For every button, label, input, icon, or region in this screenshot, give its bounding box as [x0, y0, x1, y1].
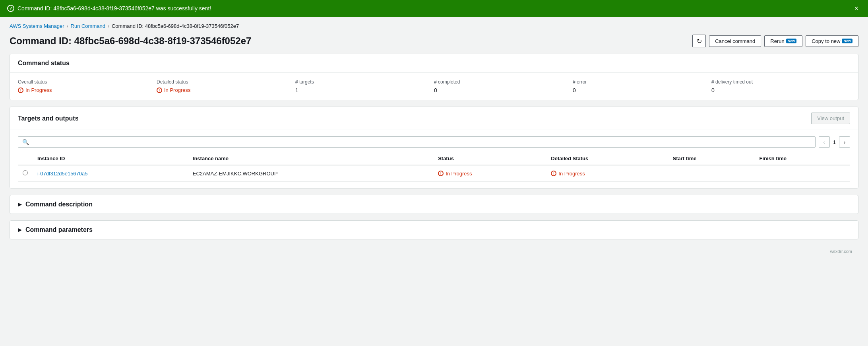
cell-finish-time [754, 165, 850, 182]
col-detailed-status: Detailed Status [546, 152, 668, 165]
success-banner: ✓ Command ID: 48fbc5a6-698d-4c38-8f19-37… [0, 0, 868, 17]
overall-status-icon: ! [18, 87, 23, 93]
targets-header: Targets and outputs View output [10, 107, 858, 130]
breadcrumb-root-link[interactable]: AWS Systems Manager [10, 23, 64, 29]
page-header: Command ID: 48fbc5a6-698d-4c38-8f19-3735… [10, 35, 858, 47]
row-radio[interactable] [23, 170, 28, 175]
table-header-row: Instance ID Instance name Status Detaile… [18, 152, 850, 165]
targets-label: # targets [295, 79, 434, 85]
col-instance-id: Instance ID [33, 152, 188, 165]
search-icon: 🔍 [22, 139, 29, 145]
detailed-status-label: Detailed status [157, 79, 295, 85]
banner-message: Command ID: 48fbc5a6-698d-4c38-8f19-3735… [17, 5, 211, 12]
rerun-label: Rerun [770, 38, 784, 44]
col-status: Status [433, 152, 546, 165]
header-actions: ↻ Cancel command RerunNew Copy to newNew [692, 35, 858, 47]
table-body: i-07df312d5e15670a5EC2AMAZ-EMJIKKC.WORKG… [18, 165, 850, 182]
page-title: Command ID: 48fbc5a6-698d-4c38-8f19-3735… [10, 35, 251, 47]
view-output-button[interactable]: View output [811, 113, 850, 124]
pagination-next-button[interactable]: › [839, 136, 850, 148]
banner-left: ✓ Command ID: 48fbc5a6-698d-4c38-8f19-37… [7, 5, 211, 12]
success-icon: ✓ [7, 5, 14, 12]
command-parameters-header[interactable]: ▶ Command parameters [10, 221, 858, 239]
status-text: In Progress [446, 171, 472, 177]
detailed-status-row-text: In Progress [558, 171, 585, 177]
breadcrumb-sep2: › [108, 23, 109, 29]
detailed-status-icon: ! [157, 87, 162, 93]
rerun-badge: New [786, 39, 797, 43]
col-instance-name: Instance name [188, 152, 433, 165]
command-parameters-arrow: ▶ [18, 227, 21, 233]
delivery-value: 0 [711, 87, 850, 93]
footer: wsxdrr.com [10, 246, 858, 257]
targets-table: Instance ID Instance name Status Detaile… [18, 152, 850, 182]
overall-status-item: Overall status ! In Progress [18, 79, 157, 93]
detailed-status-value: ! In Progress [157, 87, 295, 93]
error-label: # error [573, 79, 711, 85]
footer-text: wsxdrr.com [830, 249, 852, 254]
cell-detailed-status: !In Progress [546, 165, 668, 182]
status-icon: ! [438, 171, 444, 176]
cancel-command-button[interactable]: Cancel command [709, 35, 761, 47]
command-status-title: Command status [18, 60, 70, 66]
error-item: # error 0 [573, 79, 711, 93]
copy-badge: New [842, 39, 852, 43]
banner-close-button[interactable]: × [852, 4, 861, 13]
cell-start-time [668, 165, 755, 182]
command-status-panel: Command status Overall status ! In Progr… [10, 54, 858, 100]
overall-status-label: Overall status [18, 79, 157, 85]
overall-status-value: ! In Progress [18, 87, 157, 93]
command-parameters-panel: ▶ Command parameters [10, 220, 858, 239]
command-description-header[interactable]: ▶ Command description [10, 195, 858, 214]
breadcrumb-sep1: › [67, 23, 68, 29]
cell-status: !In Progress [433, 165, 546, 182]
completed-value: 0 [434, 87, 573, 93]
search-input[interactable] [29, 139, 811, 145]
status-grid: Overall status ! In Progress Detailed st… [10, 73, 858, 100]
delivery-item: # delivery timed out 0 [711, 79, 850, 93]
targets-body: 🔍 ‹ 1 › Instance ID Instance name Status… [10, 130, 858, 188]
search-box-wrap: 🔍 [18, 136, 816, 148]
table-row: i-07df312d5e15670a5EC2AMAZ-EMJIKKC.WORKG… [18, 165, 850, 182]
instance-id-link[interactable]: i-07df312d5e15670a5 [37, 171, 88, 177]
targets-value: 1 [295, 87, 434, 93]
pagination-prev-button[interactable]: ‹ [819, 136, 830, 148]
copy-to-new-button[interactable]: Copy to newNew [806, 35, 858, 47]
breadcrumb: AWS Systems Manager › Run Command › Comm… [10, 23, 858, 29]
detailed-status-item: Detailed status ! In Progress [157, 79, 295, 93]
error-value: 0 [573, 87, 711, 93]
targets-item: # targets 1 [295, 79, 434, 93]
command-description-arrow: ▶ [18, 202, 21, 207]
refresh-button[interactable]: ↻ [692, 35, 706, 47]
search-pagination-row: 🔍 ‹ 1 › [18, 136, 850, 148]
command-description-title: Command description [25, 201, 93, 208]
copy-label: Copy to new [812, 38, 840, 44]
command-description-panel: ▶ Command description [10, 195, 858, 214]
detailed-status-row-icon: ! [551, 171, 556, 176]
completed-item: # completed 0 [434, 79, 573, 93]
breadcrumb-level1-link[interactable]: Run Command [71, 23, 105, 29]
pagination-current: 1 [833, 139, 836, 145]
command-status-header: Command status [10, 54, 858, 73]
completed-label: # completed [434, 79, 573, 85]
overall-status-text: In Progress [25, 87, 52, 93]
targets-title: Targets and outputs [18, 115, 79, 122]
rerun-button[interactable]: RerunNew [764, 35, 802, 47]
cell-instance-id: i-07df312d5e15670a5 [33, 165, 188, 182]
col-radio [18, 152, 33, 165]
detailed-status-text: In Progress [164, 87, 190, 93]
breadcrumb-current: Command ID: 48fbc5a6-698d-4c38-8f19-3735… [112, 23, 239, 29]
col-start-time: Start time [668, 152, 755, 165]
delivery-label: # delivery timed out [711, 79, 850, 85]
command-parameters-title: Command parameters [25, 226, 93, 233]
main-content: AWS Systems Manager › Run Command › Comm… [0, 17, 868, 346]
col-finish-time: Finish time [754, 152, 850, 165]
targets-outputs-panel: Targets and outputs View output 🔍 ‹ 1 › … [10, 107, 858, 189]
cell-instance-name: EC2AMAZ-EMJIKKC.WORKGROUP [188, 165, 433, 182]
